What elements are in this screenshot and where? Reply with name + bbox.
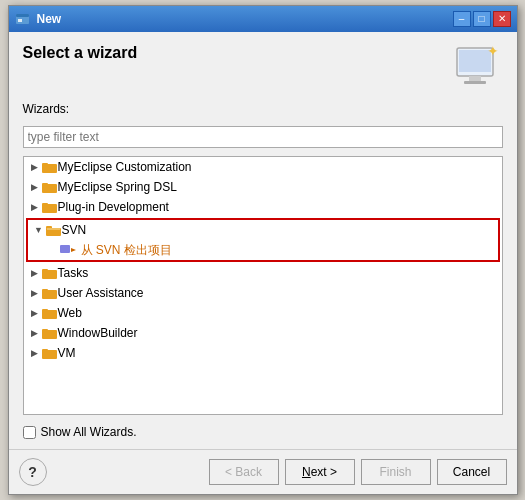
- expand-icon: ▶: [28, 346, 42, 360]
- tree-item-label: Plug-in Development: [58, 200, 169, 214]
- folder-open-icon: [46, 223, 62, 237]
- tree-item-svn[interactable]: ▼ SVN: [28, 220, 498, 240]
- expand-icon: ▶: [28, 326, 42, 340]
- tree-item-svn-checkout[interactable]: 从 SVN 检出项目: [28, 240, 498, 260]
- wizards-label: Wizards:: [23, 102, 503, 116]
- tree-item-web[interactable]: ▶ Web: [24, 303, 502, 323]
- expand-icon: ▶: [28, 306, 42, 320]
- folder-icon: [42, 266, 58, 280]
- filter-input[interactable]: [23, 126, 503, 148]
- window-icon: [15, 11, 31, 27]
- title-bar: New – □ ✕: [9, 6, 517, 32]
- svg-rect-2: [18, 19, 22, 22]
- svg-rect-5: [469, 76, 481, 81]
- tree-item-plugin-development[interactable]: ▶ Plug-in Development: [24, 197, 502, 217]
- folder-icon: [42, 286, 58, 300]
- tree-item-label: VM: [58, 346, 76, 360]
- title-controls: – □ ✕: [453, 11, 511, 27]
- tree-item-myeclipse-spring-dsl[interactable]: ▶ MyEclipse Spring DSL: [24, 177, 502, 197]
- back-button[interactable]: < Back: [209, 459, 279, 485]
- tree-item-label: MyEclipse Spring DSL: [58, 180, 177, 194]
- show-all-wizards-checkbox[interactable]: [23, 426, 36, 439]
- window-title: New: [37, 12, 62, 26]
- expand-icon: ▶: [28, 200, 42, 214]
- tree-item-label: 从 SVN 检出项目: [81, 242, 172, 259]
- wizards-tree[interactable]: ▶ MyEclipse Customization ▶ MyEclipse Sp…: [23, 156, 503, 415]
- svg-text:✦: ✦: [487, 44, 499, 59]
- folder-icon: [42, 180, 58, 194]
- tree-item-windowbuilder[interactable]: ▶ WindowBuilder: [24, 323, 502, 343]
- svg-marker-18: [71, 248, 76, 252]
- tree-item-label: User Assistance: [58, 286, 144, 300]
- svg-rect-22: [42, 289, 48, 292]
- folder-icon: [42, 200, 58, 214]
- tree-item-tasks[interactable]: ▶ Tasks: [24, 263, 502, 283]
- tree-item-label: WindowBuilder: [58, 326, 138, 340]
- expand-icon: ▶: [28, 266, 42, 280]
- header-section: Select a wizard ✦: [23, 44, 503, 94]
- svg-rect-6: [464, 81, 486, 84]
- svg-rect-28: [42, 349, 48, 352]
- wizard-graphic: ✦: [451, 44, 503, 94]
- wizard-icon: ✦: [451, 44, 503, 94]
- svg-rect-24: [42, 309, 48, 312]
- show-all-wizards-label[interactable]: Show All Wizards.: [41, 425, 137, 439]
- folder-icon: [42, 346, 58, 360]
- close-button[interactable]: ✕: [493, 11, 511, 27]
- svn-checkout-icon: [58, 243, 78, 257]
- page-title: Select a wizard: [23, 44, 138, 62]
- window-body: Select a wizard ✦ Wizards: ▶: [9, 32, 517, 449]
- expand-icon: ▶: [28, 180, 42, 194]
- folder-icon: [42, 306, 58, 320]
- svg-rect-17: [60, 245, 70, 253]
- expand-icon: ▶: [28, 160, 42, 174]
- navigation-buttons: < Back Next > Finish Cancel: [209, 459, 507, 485]
- button-bar: ? < Back Next > Finish Cancel: [9, 449, 517, 494]
- svg-rect-1: [16, 14, 29, 17]
- svg-rect-20: [42, 269, 48, 272]
- tree-item-label: SVN: [62, 223, 87, 237]
- show-all-wizards-section: Show All Wizards.: [23, 425, 503, 439]
- next-button[interactable]: Next >: [285, 459, 355, 485]
- svg-rect-16: [47, 228, 60, 230]
- finish-button[interactable]: Finish: [361, 459, 431, 485]
- svn-highlight-box: ▼ SVN 从 SVN 检出项目: [26, 218, 500, 262]
- maximize-button[interactable]: □: [473, 11, 491, 27]
- tree-item-label: Web: [58, 306, 82, 320]
- help-button[interactable]: ?: [19, 458, 47, 486]
- tree-item-vm[interactable]: ▶ VM: [24, 343, 502, 363]
- new-wizard-dialog: New – □ ✕ Select a wizard ✦: [8, 5, 518, 495]
- svg-rect-13: [42, 203, 48, 206]
- svg-rect-26: [42, 329, 48, 332]
- folder-icon: [42, 326, 58, 340]
- folder-icon: [42, 160, 58, 174]
- tree-item-user-assistance[interactable]: ▶ User Assistance: [24, 283, 502, 303]
- tree-item-label: MyEclipse Customization: [58, 160, 192, 174]
- title-bar-left: New: [15, 11, 62, 27]
- svg-rect-9: [42, 163, 48, 166]
- tree-item-myeclipse-customization[interactable]: ▶ MyEclipse Customization: [24, 157, 502, 177]
- tree-item-label: Tasks: [58, 266, 89, 280]
- expand-icon: ▶: [28, 286, 42, 300]
- svg-rect-11: [42, 183, 48, 186]
- minimize-button[interactable]: –: [453, 11, 471, 27]
- cancel-button[interactable]: Cancel: [437, 459, 507, 485]
- expand-icon: ▼: [32, 223, 46, 237]
